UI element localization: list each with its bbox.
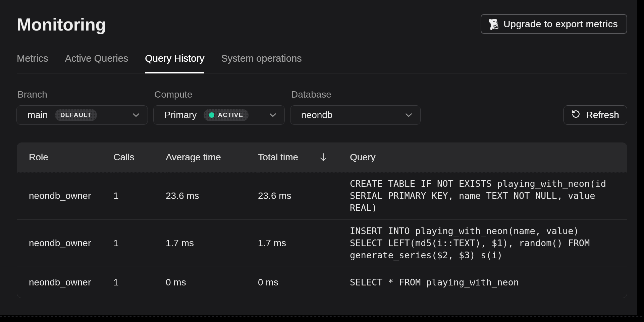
query-history-row[interactable]: neondb_owner 1 23.6 ms 23.6 ms CREATE TA… [17,172,627,220]
total-time-cell: 1.7 ms [258,228,350,259]
tab-query-history[interactable]: Query History [145,51,204,73]
chevron-down-icon [406,113,412,117]
datadog-dog-icon [488,18,498,30]
chevron-down-icon [270,113,276,117]
average-time-cell: 1.7 ms [166,228,258,259]
refresh-button[interactable]: Refresh [564,105,627,125]
sort-descending-arrow-icon[interactable] [320,153,327,162]
total-time-cell: 23.6 ms [258,180,350,211]
database-select[interactable]: neondb [290,105,421,125]
column-header-query[interactable]: Query [350,143,627,172]
bottom-edge-dots [0,316,644,317]
column-header-total-time[interactable]: Total time [258,143,350,172]
average-time-cell: 23.6 ms [166,180,258,211]
tab-system-operations[interactable]: System operations [221,51,302,73]
active-badge: ACTIVE [204,109,249,121]
branch-select-value: main [28,110,48,120]
average-time-cell: 0 ms [166,267,258,298]
query-history-row[interactable]: neondb_owner 1 1.7 ms 1.7 ms INSERT INTO… [17,220,627,267]
rotate-ccw-icon [572,110,580,121]
tab-active-queries[interactable]: Active Queries [65,51,128,73]
query-cell: INSERT INTO playing_with_neon(name, valu… [350,220,611,267]
role-cell: neondb_owner [17,228,113,259]
compute-select[interactable]: Primary ACTIVE [153,105,285,125]
database-select-value: neondb [301,110,332,120]
query-cell: SELECT * FROM playing_with_neon [350,267,611,298]
role-cell: neondb_owner [17,180,113,211]
active-status-dot [209,112,214,118]
calls-cell: 1 [113,180,166,211]
upgrade-button-label: Upgrade to export metrics [503,19,618,30]
column-header-average-time[interactable]: Average time [166,143,258,172]
total-time-cell: 0 ms [258,267,350,298]
role-cell: neondb_owner [17,267,113,298]
table-header-row: Role Calls Average time Total time Query [17,143,627,172]
monitoring-page: Monitoring Upgrade to export metrics [0,0,637,315]
calls-cell: 1 [113,267,166,298]
refresh-button-label: Refresh [586,110,619,120]
query-history-row[interactable]: neondb_owner 1 0 ms 0 ms SELECT * FROM p… [17,267,627,298]
branch-select[interactable]: main DEFAULT [16,105,148,125]
query-cell: CREATE TABLE IF NOT EXISTS playing_with_… [350,172,611,219]
compute-label: Compute [154,89,193,100]
database-label: Database [291,89,331,100]
compute-select-value: Primary [164,110,197,120]
upgrade-to-export-metrics-button[interactable]: Upgrade to export metrics [481,14,627,34]
query-history-table: Role Calls Average time Total time Query… [17,143,627,298]
page-title: Monitoring [17,15,106,34]
calls-cell: 1 [113,228,166,259]
column-header-calls[interactable]: Calls [113,143,166,172]
tab-metrics[interactable]: Metrics [17,51,48,73]
column-header-role[interactable]: Role [17,143,113,172]
monitoring-tabbar: Metrics Active Queries Query History Sys… [17,51,627,73]
branch-label: Branch [17,89,47,100]
chevron-down-icon [133,113,139,117]
default-badge: DEFAULT [55,109,97,121]
